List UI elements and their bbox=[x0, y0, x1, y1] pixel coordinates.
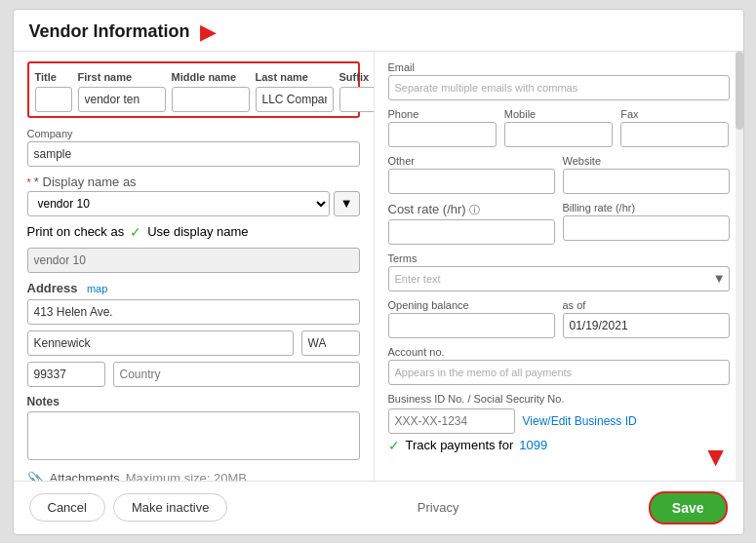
display-name-row: vendor 10 ▼ bbox=[27, 191, 360, 216]
address-street-input[interactable] bbox=[27, 299, 360, 325]
left-column: Title First name Middle name Last name S… bbox=[14, 52, 375, 481]
notes-group: Notes bbox=[27, 395, 360, 463]
display-name-label: * Display name as bbox=[27, 175, 360, 189]
print-check-group: Print on check as ✓ Use display name bbox=[27, 224, 360, 273]
company-group: Company bbox=[27, 128, 360, 167]
suffix-input[interactable] bbox=[339, 87, 375, 112]
account-no-label: Account no. bbox=[388, 346, 730, 358]
email-input[interactable] bbox=[388, 75, 730, 100]
terms-input-wrap: ▼ bbox=[388, 266, 730, 291]
terms-label: Terms bbox=[388, 252, 730, 264]
city-input[interactable] bbox=[27, 330, 294, 356]
other-wrap: Other bbox=[388, 155, 555, 194]
view-edit-biz-id-link[interactable]: View/Edit Business ID bbox=[523, 414, 637, 428]
company-input[interactable] bbox=[27, 141, 360, 167]
state-input[interactable] bbox=[301, 330, 360, 356]
cost-rate-label: Cost rate (/hr) ⓘ bbox=[388, 202, 555, 217]
modal-body: Title First name Middle name Last name S… bbox=[14, 52, 743, 481]
other-label: Other bbox=[388, 155, 555, 167]
cost-rate-info-icon: ⓘ bbox=[469, 204, 480, 215]
biz-id-input[interactable] bbox=[388, 408, 515, 434]
phone-input[interactable] bbox=[388, 122, 497, 147]
cancel-button[interactable]: Cancel bbox=[29, 493, 105, 522]
make-inactive-button[interactable]: Make inactive bbox=[113, 493, 227, 522]
biz-id-row: View/Edit Business ID bbox=[388, 408, 730, 434]
address-group: Address map bbox=[27, 281, 360, 387]
biz-id-label: Business ID No. / Social Security No. bbox=[388, 393, 730, 405]
website-input[interactable] bbox=[563, 169, 730, 194]
modal-title: Vendor Information bbox=[29, 21, 190, 42]
modal-header: Vendor Information ▶ bbox=[14, 10, 743, 52]
other-input[interactable] bbox=[388, 169, 555, 194]
red-down-arrow-icon: ▼ bbox=[702, 444, 730, 471]
zip-input[interactable] bbox=[27, 362, 105, 387]
track-payments-check-icon: ✓ bbox=[388, 438, 400, 453]
biz-id-group: Business ID No. / Social Security No. Vi… bbox=[388, 393, 730, 453]
opening-balance-label: Opening balance bbox=[388, 299, 555, 311]
save-button[interactable]: Save bbox=[649, 491, 728, 524]
modal-footer: Cancel Make inactive Privacy Save bbox=[14, 481, 743, 534]
fax-wrap: Fax bbox=[620, 108, 729, 147]
track-payments-label: Track payments for bbox=[406, 438, 514, 452]
address-map-link[interactable]: map bbox=[87, 283, 107, 294]
other-website-row: Other Website bbox=[388, 155, 730, 194]
email-group: Email bbox=[388, 61, 730, 100]
terms-group: Terms ▼ bbox=[388, 252, 730, 291]
billing-rate-label: Billing rate (/hr) bbox=[563, 202, 730, 213]
cost-rate-wrap: Cost rate (/hr) ⓘ bbox=[388, 202, 555, 245]
suffix-label: Suffix bbox=[339, 71, 370, 83]
company-label: Company bbox=[27, 128, 360, 139]
opening-balance-wrap: Opening balance bbox=[388, 299, 555, 338]
footer-center: Privacy bbox=[418, 500, 459, 515]
red-arrow-icon: ▶ bbox=[200, 19, 217, 45]
mobile-wrap: Mobile bbox=[504, 108, 613, 147]
footer-right: Save bbox=[649, 491, 728, 524]
title-input[interactable] bbox=[35, 87, 72, 112]
email-label: Email bbox=[388, 61, 730, 73]
country-input[interactable] bbox=[113, 362, 360, 387]
account-no-input[interactable] bbox=[388, 360, 730, 385]
opening-balance-input[interactable] bbox=[388, 313, 555, 338]
attachments-row: 📎 Attachments Maximum size: 20MB bbox=[27, 471, 360, 481]
name-row-inputs bbox=[35, 87, 352, 112]
first-name-input[interactable] bbox=[78, 87, 166, 112]
as-of-wrap: as of bbox=[563, 299, 730, 338]
last-name-input[interactable] bbox=[256, 87, 334, 112]
scrollbar-track[interactable] bbox=[736, 52, 743, 481]
cost-rate-input[interactable] bbox=[388, 219, 555, 245]
name-row-labels: Title First name Middle name Last name S… bbox=[35, 69, 352, 84]
address-label: Address map bbox=[27, 281, 360, 295]
attachments-max-size: Maximum size: 20MB bbox=[126, 471, 247, 481]
track-payments-1099-link[interactable]: 1099 bbox=[519, 438, 547, 452]
vendor-information-modal: Vendor Information ▶ Title First name Mi… bbox=[13, 9, 744, 535]
track-payments-row: ✓ Track payments for 1099 bbox=[388, 438, 730, 453]
display-name-group: * Display name as vendor 10 ▼ bbox=[27, 175, 360, 216]
middle-name-label: Middle name bbox=[172, 71, 237, 83]
fax-input[interactable] bbox=[620, 122, 729, 147]
cost-billing-row: Cost rate (/hr) ⓘ Billing rate (/hr) bbox=[388, 202, 730, 245]
scrollbar-thumb[interactable] bbox=[736, 52, 743, 130]
paperclip-icon: 📎 bbox=[27, 471, 44, 481]
notes-textarea[interactable] bbox=[27, 411, 360, 460]
print-check-input[interactable] bbox=[27, 248, 360, 273]
display-name-select[interactable]: vendor 10 bbox=[27, 191, 330, 216]
last-name-label: Last name bbox=[256, 71, 308, 83]
fax-label: Fax bbox=[620, 108, 729, 120]
terms-input[interactable] bbox=[388, 266, 730, 291]
footer-left: Cancel Make inactive bbox=[29, 493, 228, 522]
name-row-container: Title First name Middle name Last name S… bbox=[27, 61, 360, 118]
phone-mobile-fax-row: Phone Mobile Fax bbox=[388, 108, 730, 147]
as-of-input[interactable] bbox=[563, 313, 730, 338]
print-check-row: Print on check as ✓ Use display name bbox=[27, 224, 360, 240]
middle-name-input[interactable] bbox=[172, 87, 250, 112]
attachments-label: Attachments bbox=[50, 471, 120, 481]
website-wrap: Website bbox=[563, 155, 730, 194]
right-column: Email Phone Mobile Fax bbox=[375, 52, 743, 481]
privacy-label: Privacy bbox=[418, 500, 459, 515]
mobile-input[interactable] bbox=[504, 122, 613, 147]
billing-rate-wrap: Billing rate (/hr) bbox=[563, 202, 730, 245]
billing-rate-input[interactable] bbox=[563, 215, 730, 241]
display-name-dropdown-btn[interactable]: ▼ bbox=[334, 191, 360, 216]
mobile-label: Mobile bbox=[504, 108, 613, 120]
print-check-label: Print on check as bbox=[27, 224, 125, 239]
